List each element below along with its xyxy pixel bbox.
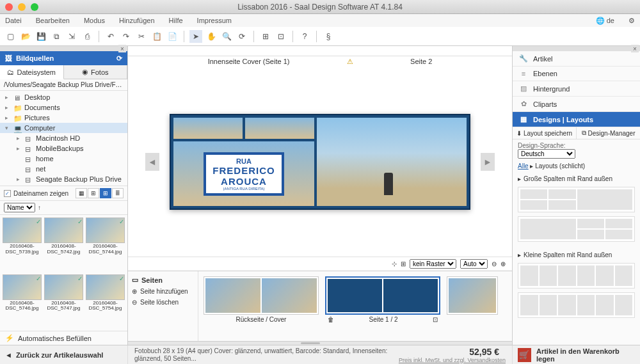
language-selector[interactable]: 🌐 de xyxy=(596,17,614,25)
lock-icon[interactable]: ⊡ xyxy=(433,316,438,323)
view-large-icon[interactable]: ⊞ xyxy=(100,188,111,198)
zoom-select[interactable]: Auto xyxy=(460,259,488,269)
page-thumb-3-4[interactable] xyxy=(447,276,498,315)
add-to-cart-button[interactable]: 🛒 Artikel in den Warenkorb legen xyxy=(512,345,640,364)
refresh-icon[interactable]: ⟳ xyxy=(116,54,122,63)
minus-icon: ⊖ xyxy=(132,299,137,306)
layout-template[interactable] xyxy=(518,292,635,318)
next-page-button[interactable]: ► xyxy=(481,153,495,171)
page-thumb-cover[interactable]: Rückseite / Cover xyxy=(204,276,319,323)
tree-drive-home[interactable]: ⊟home xyxy=(0,154,127,164)
back-to-articles-button[interactable]: ◄ Zurück zur Artikelauswahl xyxy=(0,345,128,364)
design-language-select[interactable]: Deutsch xyxy=(518,149,575,159)
help-icon[interactable]: ? xyxy=(298,30,311,43)
photo-frame-large[interactable] xyxy=(317,118,467,206)
filter-all-link[interactable]: Alle xyxy=(518,162,529,170)
tree-drive-macintosh[interactable]: ▸⊟Macintosh HD xyxy=(0,133,127,143)
page-thumb-1-2[interactable]: 🗑 Seite 1 / 2 ⊡ xyxy=(325,276,440,323)
page-spread[interactable]: RUA FREDERICO AROUCA (ANTIGA RUA DIREITA… xyxy=(170,114,470,210)
thumb-item[interactable]: ✓20160408-DSC_5746.jpg xyxy=(3,274,42,329)
view-list-icon[interactable]: ≣ xyxy=(112,188,124,198)
tree-drive-mobilebackups[interactable]: ▸⊟MobileBackups xyxy=(0,143,127,154)
tree-desktop[interactable]: ▸🖥Desktop xyxy=(0,92,127,102)
export-icon[interactable]: ⇲ xyxy=(65,30,78,43)
accordion-ebenen[interactable]: ≡Ebenen xyxy=(513,67,640,81)
open-folder-icon[interactable]: 📂 xyxy=(19,30,32,43)
accordion-artikel[interactable]: 🔧Artikel xyxy=(513,51,640,67)
auto-fill-button[interactable]: ⚡ Automatisches Befüllen xyxy=(0,331,127,345)
thumb-item[interactable]: ✓20160408-DSC_5744.jpg xyxy=(86,218,125,272)
menu-bearbeiten[interactable]: Bearbeiten xyxy=(36,17,70,24)
tree-drive-net[interactable]: ⊟net xyxy=(0,164,127,174)
delete-page-button[interactable]: ⊖Seite löschen xyxy=(131,297,195,308)
chevron-right-icon: ▸ xyxy=(518,175,521,182)
warning-icon[interactable]: ⚠ xyxy=(347,58,353,66)
crop-icon[interactable]: ⊡ xyxy=(275,30,287,43)
clipboard-icon[interactable]: 📄 xyxy=(166,30,179,43)
thumb-item[interactable]: ✓20160408-DSC_5754.jpg xyxy=(86,274,125,329)
new-file-icon[interactable]: ▢ xyxy=(4,30,17,43)
layout-group-small[interactable]: ▸Kleine Spalten mit Rand außen xyxy=(514,249,639,260)
window-titlebar: Lissabon 2016 - Saal Design Software AT … xyxy=(0,0,640,14)
save-layout-button[interactable]: ⬇Layout speichern xyxy=(513,127,577,139)
print-icon[interactable]: ⎙ xyxy=(81,30,93,43)
paste-icon[interactable]: 📋 xyxy=(150,30,163,43)
thumb-item[interactable]: ✓20160408-DSC_5739.jpg xyxy=(3,218,42,272)
accordion-cliparts[interactable]: ✿Cliparts xyxy=(513,97,640,112)
cut-icon[interactable]: ✂ xyxy=(135,30,148,43)
current-path[interactable]: /Volumes/Seagate Backup Plus Drive/Fotos… xyxy=(0,79,127,91)
zoom-out-icon[interactable]: ⊖ xyxy=(492,260,497,267)
image-sources-header: 🖼 Bildquellen ⟳ xyxy=(0,51,127,65)
layers-icon: ≡ xyxy=(519,70,528,77)
rotate-tool-icon[interactable]: ⟳ xyxy=(236,30,248,43)
tree-drive-seagate[interactable]: ▸⊟Seagate Backup Plus Drive xyxy=(0,174,127,184)
hand-tool-icon[interactable]: ✋ xyxy=(205,30,218,43)
settings-gear-icon[interactable]: ⚙ xyxy=(628,17,635,25)
sort-select[interactable]: Name xyxy=(4,203,35,212)
pointer-tool-icon[interactable]: ➤ xyxy=(189,30,202,43)
zoom-in-icon[interactable]: ⊕ xyxy=(500,260,506,267)
horizontal-scrollbar[interactable] xyxy=(128,341,512,345)
accordion-hintergrund[interactable]: ▨Hintergrund xyxy=(513,81,640,97)
photo-frame-sign[interactable]: RUA FREDERICO AROUCA (ANTIGA RUA DIREITA… xyxy=(173,141,314,206)
snap-icon[interactable]: ⊹ xyxy=(392,260,397,267)
add-page-button[interactable]: ⊕Seite hinzufügen xyxy=(131,286,195,297)
tab-filesystem[interactable]: 🗂 Dateisystem xyxy=(0,65,64,79)
view-small-icon[interactable]: ▦ xyxy=(76,188,87,198)
sort-asc-icon[interactable]: ↑ xyxy=(38,204,41,211)
image-frame-icon[interactable]: ⊞ xyxy=(259,30,272,43)
view-medium-icon[interactable]: ⊞ xyxy=(88,188,99,198)
tab-fotos[interactable]: ◉ Fotos xyxy=(64,65,128,79)
thumb-item[interactable]: ✓20160408-DSC_5747.jpg xyxy=(44,274,83,329)
layout-template[interactable] xyxy=(518,216,635,242)
grid-icon[interactable]: ⊞ xyxy=(401,260,406,267)
photo-frame[interactable] xyxy=(173,118,243,139)
close-right-panel-icon[interactable]: × xyxy=(631,45,639,52)
copy-icon[interactable]: ⧉ xyxy=(50,30,63,43)
tree-computer[interactable]: ▾💻Computer xyxy=(0,123,127,133)
menu-datei[interactable]: Datei xyxy=(5,17,22,24)
accordion-designs[interactable]: ▦Designs | Layouts xyxy=(513,112,640,127)
menu-hilfe[interactable]: Hilfe xyxy=(169,17,183,24)
layout-template[interactable] xyxy=(518,263,635,289)
grid-select[interactable]: kein Raster xyxy=(410,259,456,269)
menu-hinzufuegen[interactable]: Hinzufügen xyxy=(119,17,155,24)
tree-pictures[interactable]: ▸📁Pictures xyxy=(0,113,127,123)
prev-page-button[interactable]: ◄ xyxy=(145,153,159,171)
menu-modus[interactable]: Modus xyxy=(84,17,105,24)
show-filenames-checkbox[interactable]: ✓ xyxy=(4,190,11,197)
layout-template[interactable] xyxy=(518,187,635,212)
layout-group-large[interactable]: ▸Große Spalten mit Rand außen xyxy=(514,173,639,184)
trash-icon[interactable]: 🗑 xyxy=(328,316,334,323)
photo-frame[interactable] xyxy=(245,118,314,139)
close-left-panel-icon[interactable]: × xyxy=(118,45,126,52)
thumb-item[interactable]: ✓20160408-DSC_5742.jpg xyxy=(44,218,83,272)
save-icon[interactable]: 💾 xyxy=(35,30,47,43)
redo-icon[interactable]: ↷ xyxy=(120,30,132,43)
design-manager-button[interactable]: ⧉Design-Manager xyxy=(577,127,640,139)
paragraph-icon[interactable]: § xyxy=(322,30,335,43)
menu-impressum[interactable]: Impressum xyxy=(197,17,232,24)
tree-documents[interactable]: ▸📁Documents xyxy=(0,102,127,113)
zoom-tool-icon[interactable]: 🔍 xyxy=(220,30,233,43)
undo-icon[interactable]: ↶ xyxy=(104,30,117,43)
